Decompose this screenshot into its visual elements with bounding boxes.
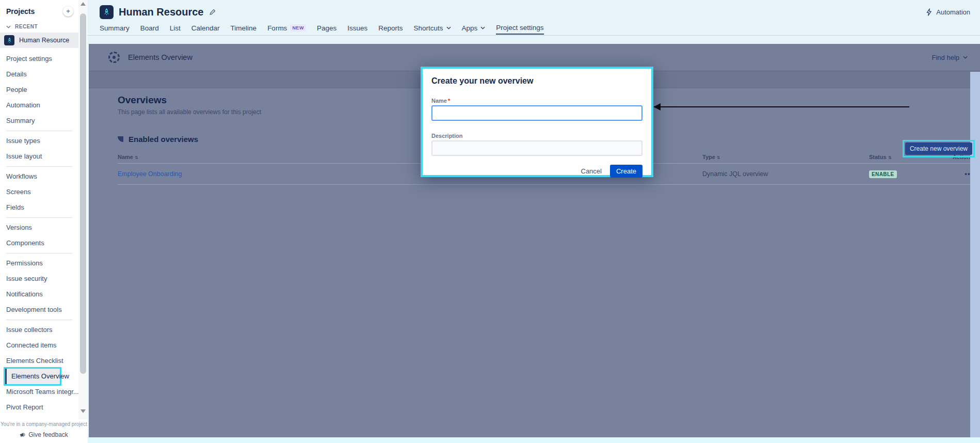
sidebar-item-issue-collectors[interactable]: Issue collectors — [0, 322, 78, 338]
sidebar-item-project-settings[interactable]: Project settings — [0, 51, 78, 67]
recent-section-toggle[interactable]: RECENT — [0, 20, 78, 33]
scroll-up-arrow-icon[interactable] — [81, 2, 86, 6]
create-overview-modal: Create your new overview Name* Descripti… — [421, 67, 653, 177]
sidebar-scrollbar-thumb[interactable] — [80, 13, 86, 374]
sort-icon: ⇅ — [135, 155, 138, 160]
tab-reports[interactable]: Reports — [378, 24, 403, 34]
status-badge: ENABLE — [869, 170, 897, 178]
main-header-area: Human Resource Summary Board List Calend… — [88, 0, 980, 44]
rocket-icon — [6, 37, 13, 44]
give-feedback-button[interactable]: Give feedback — [0, 431, 88, 438]
sidebar-item-issue-security[interactable]: Issue security — [0, 271, 78, 287]
lightning-bolt-icon — [925, 8, 933, 16]
tab-issues[interactable]: Issues — [347, 24, 367, 34]
chevron-down-icon — [963, 56, 968, 59]
sidebar-item-microsoft-teams[interactable]: Microsoft Teams integr... — [0, 384, 78, 400]
sidebar-title: Projects — [6, 7, 35, 15]
sidebar-item-automation[interactable]: Automation — [0, 98, 78, 113]
rocket-icon — [102, 8, 111, 17]
elements-overview-logo-icon — [108, 52, 120, 63]
give-feedback-label: Give feedback — [28, 431, 68, 438]
divider — [6, 217, 72, 218]
new-badge: NEW — [290, 24, 306, 31]
megaphone-icon — [20, 432, 26, 438]
add-project-button[interactable]: + — [63, 6, 73, 17]
sidebar-item-permissions[interactable]: Permissions — [0, 256, 78, 271]
divider — [6, 320, 72, 320]
sidebar-item-workflows[interactable]: Workflows — [0, 169, 78, 184]
row-actions-menu-button[interactable]: ••• — [929, 170, 973, 178]
tab-timeline[interactable]: Timeline — [231, 24, 257, 34]
annotation-arrow-line — [660, 106, 909, 107]
project-nav-tabs: Summary Board List Calendar Timeline For… — [100, 23, 544, 35]
app-header-title: Elements Overview — [128, 53, 192, 61]
divider — [6, 253, 72, 254]
column-header-type[interactable]: Type⇅ — [702, 154, 869, 160]
sidebar: Projects + RECENT Human Resource Project… — [0, 0, 78, 419]
sidebar-item-elements-overview[interactable]: Elements Overview — [5, 369, 60, 384]
edit-icon[interactable] — [209, 9, 216, 15]
sidebar-item-issue-layout[interactable]: Issue layout — [0, 149, 78, 164]
sidebar-footer: You're in a company-managed project Give… — [0, 419, 88, 443]
automation-button[interactable]: Automation — [925, 8, 970, 16]
jira-project-settings-page: Projects + RECENT Human Resource Project… — [0, 0, 980, 443]
description-field-label: Description — [431, 133, 642, 139]
project-avatar — [4, 35, 14, 45]
sidebar-item-connected-items[interactable]: Connected items — [0, 338, 78, 353]
description-input[interactable] — [431, 140, 642, 156]
chevron-down-icon — [480, 26, 485, 29]
required-marker: * — [448, 98, 450, 104]
tab-pages[interactable]: Pages — [317, 24, 336, 34]
sidebar-item-development-tools[interactable]: Development tools — [0, 302, 78, 318]
cancel-button[interactable]: Cancel — [581, 167, 602, 175]
create-button[interactable]: Create — [610, 165, 642, 178]
recent-label: RECENT — [15, 24, 38, 29]
page-bottom-strip — [89, 437, 980, 443]
chevron-down-icon — [6, 25, 11, 28]
sidebar-item-issue-types[interactable]: Issue types — [0, 133, 78, 149]
sidebar-item-components[interactable]: Components — [0, 235, 78, 251]
sidebar-item-screens[interactable]: Screens — [0, 184, 78, 200]
sidebar-scrollbar[interactable] — [78, 0, 88, 419]
tab-summary[interactable]: Summary — [100, 24, 130, 34]
name-input[interactable] — [431, 105, 642, 121]
sidebar-item-summary[interactable]: Summary — [0, 113, 78, 129]
divider — [6, 166, 72, 167]
tab-project-settings[interactable]: Project settings — [496, 24, 543, 35]
project-avatar-large — [100, 5, 114, 19]
sidebar-item-notifications[interactable]: Notifications — [0, 287, 78, 302]
tab-calendar[interactable]: Calendar — [191, 24, 220, 34]
tab-shortcuts[interactable]: Shortcuts — [413, 24, 451, 34]
scroll-down-arrow-icon[interactable] — [81, 409, 86, 413]
tabs-divider — [88, 35, 980, 36]
create-new-overview-button[interactable]: Create new overview — [905, 143, 972, 155]
sidebar-item-elements-checklist[interactable]: Elements Checklist — [0, 353, 78, 369]
overview-type: Dynamic JQL overview — [702, 170, 768, 178]
create-new-overview-highlight: Create new overview — [903, 140, 975, 157]
sidebar-item-versions[interactable]: Versions — [0, 220, 78, 235]
sidebar-item-details[interactable]: Details — [0, 67, 78, 82]
tab-board[interactable]: Board — [140, 24, 159, 34]
overview-link-employee-onboarding[interactable]: Employee Onboarding — [118, 170, 182, 178]
annotation-arrow-head-icon — [653, 103, 661, 110]
sidebar-item-fields[interactable]: Fields — [0, 200, 78, 215]
divider — [6, 131, 72, 131]
sidebar-item-pivot-report[interactable]: Pivot Report — [0, 400, 78, 415]
app-scrollbar-track[interactable] — [970, 72, 980, 437]
modal-title: Create your new overview — [431, 76, 642, 86]
sidebar-project-human-resource[interactable]: Human Resource — [0, 33, 78, 48]
project-settings-nav: Project settings Details People Automati… — [0, 48, 78, 415]
tab-list[interactable]: List — [170, 24, 181, 34]
find-help-dropdown[interactable]: Find help — [932, 54, 968, 61]
quarter-circle-icon — [118, 136, 123, 142]
automation-label: Automation — [936, 8, 970, 16]
sidebar-project-name: Human Resource — [19, 37, 69, 44]
sidebar-item-people[interactable]: People — [0, 82, 78, 98]
chevron-down-icon — [446, 26, 451, 29]
page-title: Human Resource — [119, 6, 204, 18]
find-help-label: Find help — [932, 54, 959, 61]
tab-forms[interactable]: FormsNEW — [267, 24, 306, 34]
enabled-overviews-title: Enabled overviews — [128, 135, 198, 144]
name-field-label: Name* — [431, 98, 642, 104]
tab-apps[interactable]: Apps — [462, 24, 486, 34]
